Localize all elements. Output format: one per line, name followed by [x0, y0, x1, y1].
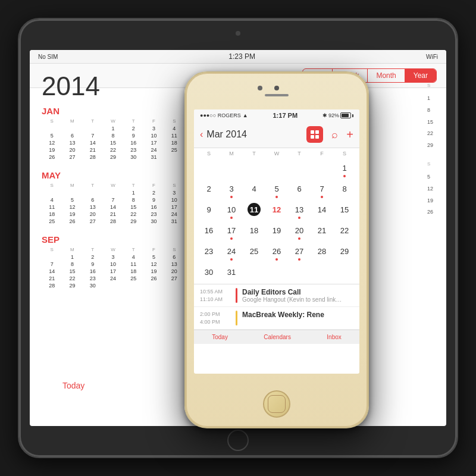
- iphone-tab-bar[interactable]: TodayCalendarsInbox: [194, 330, 359, 344]
- iphone-time: 1:17 PM: [273, 112, 298, 119]
- ipad-status-bar: No SIM 1:23 PM WiFi: [30, 50, 446, 64]
- event-content: MacBreak Weekly: Rene: [242, 311, 353, 325]
- iphone-calendar-cell[interactable]: 2: [198, 180, 220, 201]
- iphone-calendar-cell[interactable]: 21: [311, 221, 333, 242]
- iphone-event-item[interactable]: 2:00 PM4:00 PMMacBreak Weekly: Rene: [194, 307, 359, 330]
- iphone-calendar-cell: [288, 159, 311, 180]
- iphone-calendar-cell[interactable]: 4: [243, 180, 265, 201]
- iphone-events-list: 10:55 AM11:10 AMDaily Editors CallGoogle…: [194, 284, 359, 330]
- iphone-calendar-cell[interactable]: 7: [311, 180, 333, 201]
- iphone-calendar-cell[interactable]: 3: [220, 180, 243, 201]
- iphone-day-labels: SMTWTFS: [194, 148, 359, 159]
- cell-number: 17: [225, 224, 238, 237]
- iphone-calendar-cell[interactable]: 13: [288, 201, 311, 221]
- iphone-calendar-cell: [311, 263, 333, 284]
- iphone-calendar-cell[interactable]: 31: [220, 263, 243, 284]
- ipad-tab-month[interactable]: Month: [368, 69, 405, 82]
- cell-number: 29: [338, 245, 351, 258]
- event-time: 10:55 AM11:10 AM: [200, 288, 236, 303]
- iphone-calendar-cell[interactable]: 29: [333, 242, 356, 263]
- iphone-day-label: S: [333, 151, 356, 156]
- iphone-screen: ●●●○○ ROGERS ▲ 1:17 PM ✱ 92% ‹ Mar 2014: [194, 109, 359, 374]
- cell-event-dot: [298, 217, 300, 219]
- iphone-calendar-cell[interactable]: 25: [243, 242, 265, 263]
- ipad-home-button[interactable]: [227, 430, 249, 451]
- cell-number: 21: [315, 224, 328, 237]
- iphone-calendar-cell[interactable]: 5: [265, 180, 288, 201]
- cell-number: 9: [202, 203, 215, 216]
- cell-number: [293, 161, 306, 174]
- iphone-grid-icon[interactable]: [306, 126, 323, 143]
- cell-event-dot: [298, 258, 300, 261]
- iphone-calendar-cell[interactable]: 28: [311, 242, 333, 263]
- iphone-calendar-cell[interactable]: 6: [288, 180, 311, 201]
- iphone-calendar-header: ‹ Mar 2014 ⌕ +: [194, 121, 359, 148]
- iphone-calendar-cell[interactable]: 17: [220, 221, 243, 242]
- iphone-calendar-cell[interactable]: 24: [220, 242, 243, 263]
- iphone-event-item[interactable]: 10:55 AM11:10 AMDaily Editors CallGoogle…: [194, 284, 359, 307]
- cell-number: 13: [293, 203, 306, 216]
- iphone-calendar-cell[interactable]: 15: [333, 201, 356, 221]
- cell-event-dot: [230, 237, 233, 240]
- cell-event-dot: [343, 175, 346, 177]
- iphone-home-button[interactable]: [263, 390, 290, 418]
- ipad-tab-year[interactable]: Year: [405, 69, 436, 82]
- cell-number: 10: [225, 203, 238, 216]
- iphone-calendar-cell[interactable]: 10: [220, 201, 243, 221]
- iphone-tab-calendars[interactable]: Calendars: [264, 334, 291, 340]
- iphone-calendar-cell[interactable]: 30: [198, 263, 220, 284]
- iphone-calendar-cell[interactable]: 23: [198, 242, 220, 263]
- ipad-status-left: No SIM: [38, 54, 58, 60]
- iphone-calendar-cell[interactable]: 19: [265, 221, 288, 242]
- iphone-tab-inbox[interactable]: Inbox: [327, 334, 341, 340]
- iphone-calendar-cell[interactable]: 1: [333, 159, 356, 180]
- cell-number: [225, 161, 238, 174]
- cell-number: [338, 265, 351, 278]
- iphone-calendar-cell[interactable]: 9: [198, 201, 220, 221]
- ipad-today-button[interactable]: Today: [62, 381, 84, 390]
- cell-number: [202, 161, 215, 174]
- iphone-calendar-cell[interactable]: 12: [265, 201, 288, 221]
- cell-event-dot: [298, 237, 300, 240]
- iphone-month-title: Mar 2014: [206, 129, 247, 140]
- iphone-calendar-cell[interactable]: 27: [288, 242, 311, 263]
- iphone-calendar-cell[interactable]: 8: [333, 180, 356, 201]
- cell-number: 6: [293, 182, 306, 195]
- cell-number: 2: [202, 182, 215, 195]
- iphone-calendar-cell: [243, 263, 265, 284]
- cell-event-dot: [275, 258, 278, 261]
- iphone-sensor: [258, 86, 262, 90]
- iphone-device: ●●●○○ ROGERS ▲ 1:17 PM ✱ 92% ‹ Mar 2014: [184, 71, 369, 428]
- iphone-prev-month[interactable]: ‹: [200, 129, 203, 140]
- cell-event-dot: [230, 217, 233, 219]
- iphone-speaker: [265, 94, 289, 96]
- cell-event-dot: [230, 258, 233, 261]
- iphone-calendar-cell[interactable]: 20: [288, 221, 311, 242]
- iphone-calendar-cell[interactable]: 26: [265, 242, 288, 263]
- iphone-month-nav[interactable]: ‹ Mar 2014: [200, 129, 247, 140]
- iphone-calendar-cell[interactable]: 16: [198, 221, 220, 242]
- cell-number: 28: [315, 245, 328, 258]
- iphone-calendar-cell: [288, 263, 311, 284]
- iphone-calendar-cell[interactable]: 18: [243, 221, 265, 242]
- iphone-tab-today[interactable]: Today: [212, 334, 228, 340]
- iphone-calendar-cell: [265, 263, 288, 284]
- cell-number: 11: [248, 203, 261, 216]
- cell-number: 15: [338, 203, 351, 216]
- iphone-status-bar: ●●●○○ ROGERS ▲ 1:17 PM ✱ 92%: [194, 109, 359, 121]
- iphone-calendar-grid: 1234567891011121314151617181920212223242…: [194, 159, 359, 284]
- iphone-add-icon[interactable]: +: [346, 128, 353, 142]
- cell-number: 5: [270, 182, 283, 195]
- cell-number: [315, 161, 328, 174]
- cell-number: 31: [225, 265, 238, 278]
- iphone-header-icons: ⌕ +: [306, 126, 353, 143]
- iphone-calendar-cell[interactable]: 22: [333, 221, 356, 242]
- iphone-calendar-cell: [311, 159, 333, 180]
- iphone-calendar-cell[interactable]: 11: [243, 201, 265, 221]
- iphone-day-label: T: [288, 151, 311, 156]
- cell-event-dot: [321, 196, 323, 198]
- iphone-calendar-cell[interactable]: 14: [311, 201, 333, 221]
- event-subtitle: Google Hangout (Kevin to send link…: [242, 296, 353, 303]
- iphone-search-icon[interactable]: ⌕: [331, 129, 338, 141]
- event-title: Daily Editors Call: [242, 288, 353, 296]
